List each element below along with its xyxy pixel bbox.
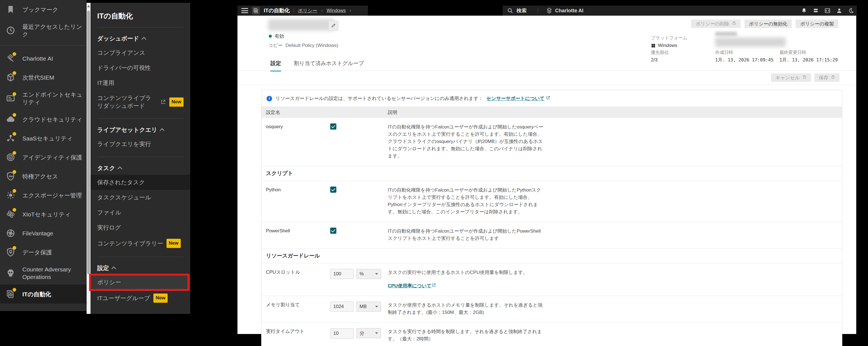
osquery-checkbox[interactable] xyxy=(330,123,336,130)
sidebar-item-ブックマーク[interactable]: ブックマーク xyxy=(0,0,87,19)
banner-text: リソースガードレールの設定は、サポートされているセンサーバージョンにのみ適用され… xyxy=(275,95,483,102)
sidebar-item-xiotセキュリティ[interactable]: XIoTセキュリティ xyxy=(0,205,87,224)
sidebar-item-クラウドセキュリティ[interactable]: クラウドセキュリティ xyxy=(0,110,87,129)
sensor-support-link[interactable]: センサーサポートについて xyxy=(486,95,550,102)
breadcrumb-policies-link[interactable]: ポリシー xyxy=(298,7,317,14)
tab-settings[interactable]: 設定 xyxy=(271,60,281,71)
CPUスロットル-input[interactable] xyxy=(330,269,354,279)
product-sidebar: ブックマーク最近アクセスしたリンクCharlotte AI次世代SIEMエンドポ… xyxy=(0,0,87,311)
siem-icon xyxy=(5,72,16,83)
sidebar-item-エンドポイントセキュリティ[interactable]: エンドポイントセキュリティ xyxy=(0,87,87,110)
new-badge: New xyxy=(169,97,184,107)
menu-item-label: IT運用 xyxy=(97,79,114,87)
実行タイムアウト-unit-select[interactable]: 分 xyxy=(356,328,381,338)
Python-checkbox[interactable] xyxy=(330,187,336,193)
feedback-icon[interactable] xyxy=(813,7,819,14)
user-icon[interactable] xyxy=(836,7,842,14)
priority-meta: 優先順位 2/3 xyxy=(651,50,669,63)
section-header-リソースガードレール: リソースガードレール xyxy=(261,248,842,263)
disable-policy-button[interactable]: ポリシーの無効化 xyxy=(745,20,792,28)
PowerShell-checkbox[interactable] xyxy=(330,228,336,234)
policy-action-buttons: ポリシーの削除 ポリシーの無効化 ポリシーの複製 xyxy=(691,20,838,28)
chevron-up-icon xyxy=(112,266,116,271)
saas-icon xyxy=(5,133,16,144)
copy-label: コピー xyxy=(268,43,283,48)
メモリ割り当て-input[interactable] xyxy=(330,302,354,312)
menu-item-IT運用[interactable]: IT運用 xyxy=(91,75,190,91)
menu-item-ドライバーの可視性[interactable]: ドライバーの可視性 xyxy=(91,60,190,75)
sidebar-item-filevantage[interactable]: FileVantage xyxy=(0,224,87,243)
sidebar-item-データ保護[interactable]: データ保護 xyxy=(0,243,87,262)
sidebar-item-エクスポージャー管理[interactable]: エクスポージャー管理 xyxy=(0,186,87,205)
sidebar-item-saasセキュリティ[interactable]: SaaSセキュリティ xyxy=(0,129,87,148)
edit-policy-name-button[interactable] xyxy=(329,21,339,31)
divider xyxy=(238,85,856,85)
menu-group-header-label: ライブアセットクエリ xyxy=(97,126,157,134)
sidebar-item-最近アクセスしたリンク[interactable]: 最近アクセスしたリンク xyxy=(0,19,87,42)
menu-item-label: 保存されたタスク xyxy=(97,179,145,186)
CPUスロットル-unit-select[interactable]: % xyxy=(356,269,381,279)
sidebar-item-label: XIoTセキュリティ xyxy=(22,211,84,218)
skull-icon xyxy=(5,268,16,279)
sidebar-item-itの自動化[interactable]: ITの自動化 xyxy=(0,285,87,304)
sidebar-item-label: Counter Adversary Operations xyxy=(22,265,84,281)
hamburger-menu-icon[interactable] xyxy=(241,8,248,13)
menu-item-実行ログ[interactable]: 実行ログ xyxy=(91,220,190,235)
menu-item-保存されたタスク[interactable]: 保存されたタスク xyxy=(91,175,190,190)
save-button[interactable]: 保存 xyxy=(814,73,839,82)
duplicate-policy-button[interactable]: ポリシーの複製 xyxy=(796,20,838,28)
column-header-description: 説明 xyxy=(388,109,397,116)
sidebar-item-label: 最近アクセスしたリンク xyxy=(22,23,84,38)
menu-group-header-2[interactable]: タスク xyxy=(91,157,190,175)
menu-item-ITユーザーグループ[interactable]: ITユーザーグループNew xyxy=(91,290,190,306)
menu-item-label: ファイル xyxy=(97,209,121,216)
menu-item-ポリシー[interactable]: ポリシー xyxy=(91,275,190,290)
setting-description: タスクの実行中に使用できるホストのCPU使用量を制限します。 xyxy=(388,270,528,275)
tab-assigned-host-groups[interactable]: 割り当て済みホストグループ xyxy=(294,60,364,71)
unit-select-value: MB xyxy=(360,304,367,309)
breadcrumb-separator: › xyxy=(321,8,323,13)
bell-icon[interactable] xyxy=(801,7,807,14)
it-automation-app-icon[interactable] xyxy=(252,7,260,14)
notification-dot xyxy=(12,151,16,155)
caret-down-icon xyxy=(375,273,378,275)
setting-row-PowerShell: PowerShellITの自動化権限を持つFalconユーザーが作成および開始し… xyxy=(261,222,842,248)
menu-item-ファイル[interactable]: ファイル xyxy=(91,205,190,220)
sidebar-scrollbar[interactable] xyxy=(87,3,91,314)
menu-group-header-0[interactable]: ダッシュボード xyxy=(91,27,190,45)
external-link-icon xyxy=(546,95,550,101)
実行タイムアウト-input[interactable] xyxy=(330,328,354,339)
scrollbar-thumb[interactable] xyxy=(87,10,90,274)
charlotte-ai-button[interactable]: Charlotte AI xyxy=(546,6,583,15)
メモリ割り当て-unit-select[interactable]: MB xyxy=(356,302,381,312)
lock-icon xyxy=(831,75,835,81)
scrollbar-up-arrow[interactable] xyxy=(87,5,90,7)
breadcrumb-windows-link[interactable]: Windows xyxy=(327,8,346,13)
sidebar-item-label: Charlotte AI xyxy=(22,55,84,62)
sidebar-item-アイデンティティ保護[interactable]: アイデンティティ保護 xyxy=(0,148,87,167)
menu-item-コンテンツライブラリー[interactable]: コンテンツライブラリーNew xyxy=(91,235,190,252)
code-icon[interactable] xyxy=(825,7,831,14)
sidebar-item-次世代siem[interactable]: 次世代SIEM xyxy=(0,68,87,87)
menu-panel-title: ITの自動化 xyxy=(91,10,190,27)
sidebar-item-counter-adversary-operations[interactable]: Counter Adversary Operations xyxy=(0,262,87,285)
created-value: 1月. 13, 2026 17:09:45 xyxy=(715,57,774,63)
sidebar-item-特権アクセス[interactable]: 特権アクセス xyxy=(0,167,87,186)
menu-group-header-label: ダッシュボード xyxy=(97,35,139,42)
menu-group-header-3[interactable]: 設定 xyxy=(91,257,190,275)
copy-source-policy: Default Policy (Windows) xyxy=(285,43,338,48)
notification-dot xyxy=(12,246,16,250)
menu-item-コンプライアンス[interactable]: コンプライアンス xyxy=(91,45,190,60)
search-button[interactable]: 検索 xyxy=(507,6,527,15)
menu-group-header-1[interactable]: ライブアセットクエリ xyxy=(91,119,190,136)
policy-status: 有効 xyxy=(269,33,284,39)
moon-icon[interactable] xyxy=(848,7,854,14)
menu-item-コンテンツライブラリダッシュボード[interactable]: コンテンツライブラリダッシュボードNew xyxy=(91,91,190,114)
menu-item-label: コンテンツライブラリダッシュボード xyxy=(97,94,157,110)
menu-item-ライブクエリを実行[interactable]: ライブクエリを実行 xyxy=(91,136,190,152)
cpu-usage-link[interactable]: CPU使用率について xyxy=(388,282,544,290)
sidebar-item-charlotte-ai[interactable]: Charlotte AI xyxy=(0,49,87,68)
menu-item-タスクスケジュール[interactable]: タスクスケジュール xyxy=(91,190,190,205)
cancel-button[interactable]: キャンセル xyxy=(771,73,811,82)
delete-policy-button[interactable]: ポリシーの削除 xyxy=(691,20,741,28)
